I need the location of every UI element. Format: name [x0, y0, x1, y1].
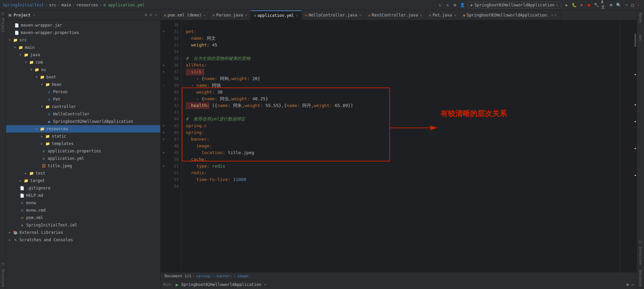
bc-image[interactable]: image:	[237, 274, 251, 278]
tree-item-hellocontroller[interactable]: ⊙ HelloController	[6, 110, 160, 118]
tree-item-templates[interactable]: ▶📁 templates	[6, 140, 160, 147]
code-line-34	[186, 48, 620, 55]
code-line-53: time-to-live: 11000	[186, 176, 620, 183]
tab-appyml-close[interactable]: ×	[296, 14, 298, 17]
tree-item-appyml[interactable]: ⚙ application.yml	[6, 155, 160, 162]
editor-area: m pom.xml (demo) × ⊙ Person.java × ⚙ app…	[161, 10, 637, 289]
tree-item-pomxml[interactable]: m pom.xml	[6, 214, 160, 221]
locate-icon[interactable]: ⊕	[144, 12, 148, 18]
tree-item-test[interactable]: ▶📁 test	[6, 170, 160, 177]
refresh-icon[interactable]: ↻	[437, 2, 443, 8]
profile-icon[interactable]: 👤	[460, 2, 465, 8]
tree-item[interactable]: 📄 maven-wrapper.jar	[6, 22, 160, 29]
tab-appyml[interactable]: ⚙ application.yml ×	[251, 10, 302, 20]
bc-project[interactable]: SpringInitialTest	[3, 3, 44, 7]
warning-marker3	[635, 121, 636, 122]
debug-icon[interactable]: 🐛	[571, 2, 577, 8]
tree-item-main[interactable]: ▼📁 main	[6, 44, 160, 51]
minimap[interactable]	[620, 20, 637, 272]
tab-pom[interactable]: m pom.xml (demo) ×	[161, 10, 209, 20]
bottom-breadcrumb: Document 1/1 › spring: › banner: › image…	[161, 272, 637, 280]
tree-item-target[interactable]: ▶📁 target	[6, 177, 160, 184]
structure-tab[interactable]: 2: Structure	[1, 261, 5, 289]
build-icon[interactable]: 🔨	[594, 2, 599, 8]
tree-item-com[interactable]: ▼📁 com	[6, 59, 160, 66]
tree-item-mvnwcmd[interactable]: m mvnw.cmd	[6, 207, 160, 214]
code-area[interactable]: 有较清晰的层次关系 pet: name: 阿文 weight: 45	[182, 20, 620, 272]
tree-item-iml[interactable]: ◈ SpringInitialTest.iml	[6, 221, 160, 229]
coverage-icon[interactable]: ⊕	[579, 2, 584, 8]
tree-item-gitignore[interactable]: 📄 .gitignore	[6, 184, 160, 192]
tab-pet[interactable]: ⊙ Pet.java ×	[426, 10, 460, 20]
code-line-44: # 推荐使用yml进行数据绑定	[186, 116, 620, 122]
bc-main: main	[61, 3, 71, 7]
run-icon[interactable]: ▶	[564, 2, 569, 8]
win-min-icon[interactable]: ─	[624, 2, 629, 8]
run-minus-icon[interactable]: –	[632, 282, 634, 287]
scroll-thumb[interactable]	[635, 34, 636, 47]
run-close-icon[interactable]: ×	[264, 282, 266, 287]
tree-item-static[interactable]: ▶📁 static	[6, 133, 160, 140]
search2-icon[interactable]: 🔍	[616, 2, 621, 8]
tree-item-springapp[interactable]: ◉ Springboot02HelloworldApplication	[6, 118, 160, 125]
bc-banner[interactable]: banner:	[217, 274, 232, 278]
tab-pet-close[interactable]: ×	[454, 13, 456, 17]
tree-item-mvnw[interactable]: m mvnw	[6, 199, 160, 207]
scratches-label: Scratches and Consoles	[19, 238, 73, 242]
run-settings-icon[interactable]: ⚙	[627, 282, 629, 287]
tree-item[interactable]: 📄 maven-wrapper.properties	[6, 29, 160, 36]
panel-header: ⊞ Project ▾ ⊕ ⚙ –	[6, 10, 160, 20]
stop-icon[interactable]: ■	[586, 2, 592, 8]
sync-icon[interactable]: ⇅	[445, 2, 450, 8]
right-strip: Maven Ant Z: Structure Database	[637, 10, 644, 289]
tree-item-person[interactable]: ⊙ Person	[6, 88, 160, 96]
tab-rest[interactable]: ⊙ RestController.java ×	[365, 10, 426, 20]
translate-icon[interactable]: A文	[601, 2, 606, 8]
tab-person[interactable]: ⊙ Person.java ×	[209, 10, 251, 20]
win-max-icon[interactable]: □	[630, 2, 635, 8]
bc-resources: resources	[76, 3, 98, 7]
gear-icon[interactable]: ⚙	[149, 12, 153, 18]
tree-item-titlejpeg[interactable]: 🖼 title.jpeg	[6, 162, 160, 170]
tab-pet-label: Pet.java	[433, 13, 452, 17]
tree-item-xu[interactable]: ▼📁 xu	[6, 66, 160, 73]
tree-item-src[interactable]: ▼📁 src	[6, 36, 160, 44]
tab-person-close[interactable]: ×	[245, 13, 247, 17]
tree-item-extlib[interactable]: ▶📚 External Libraries	[6, 229, 160, 236]
ant-label[interactable]: Ant	[638, 32, 643, 44]
code-line-52: redis:	[186, 170, 620, 176]
win-close-icon[interactable]: ✕	[636, 2, 641, 8]
tree-item-appprops[interactable]: ⚙ application.properties	[6, 147, 160, 155]
structure-label[interactable]: Z: Structure	[638, 238, 643, 267]
project-panel: ⊞ Project ▾ ⊕ ⚙ – 📄 maven-wrapper.jar 📄 …	[6, 10, 161, 289]
maven-label[interactable]: Maven	[638, 10, 643, 26]
hide-icon[interactable]: –	[154, 12, 158, 18]
tab-rest-close[interactable]: ×	[420, 13, 422, 17]
tree-item-resources[interactable]: ▼📁 resources	[6, 125, 160, 133]
run-configuration[interactable]: ▶ Springboot02HelloworldApplication ▾	[468, 2, 561, 8]
run-config-dropdown[interactable]: ▾	[556, 3, 558, 7]
tree-item-pet[interactable]: ⊙ Pet	[6, 96, 160, 103]
tree-item-bean[interactable]: ▼📁 bean	[6, 81, 160, 88]
tab-more-icon[interactable]: ▾	[555, 13, 557, 17]
editor-content[interactable]: ▼ · · ▼ ▼ · ◇ · · · ▼ ▼ ▼ · ▼ · ▼	[161, 20, 637, 272]
run-bar-actions: ⚙ –	[627, 282, 634, 287]
tree-item-controller[interactable]: ▼📁 controller	[6, 103, 160, 110]
tab-hello[interactable]: ⊙ HelloController.java ×	[302, 10, 365, 20]
tree-item-java[interactable]: ▼📁 java	[6, 51, 160, 59]
database-label[interactable]: Database	[638, 267, 643, 289]
tree-item-boot[interactable]: ▼📁 boot	[6, 73, 160, 81]
tab-springapp[interactable]: ◉ Springboot02HelloworldApplication. × ▾	[460, 10, 560, 20]
code-line-36: allPets:	[186, 62, 620, 69]
run-app-label: Springboot02HelloworldApplication	[181, 282, 261, 287]
layout-icon[interactable]: ⊞	[608, 2, 614, 8]
project-tab[interactable]: 1: Project	[1, 10, 5, 34]
tab-hello-close[interactable]: ×	[359, 13, 361, 17]
tab-pom-close[interactable]: ×	[204, 13, 206, 17]
settings-icon[interactable]: ⚙	[452, 2, 458, 8]
tab-springapp-close[interactable]: ×	[551, 13, 553, 17]
tree-item-helpmd[interactable]: 📄 HELP.md	[6, 192, 160, 199]
tree-item-scratches[interactable]: ▶✎ Scratches and Consoles	[6, 236, 160, 244]
run-bar: Run: ▶ Springboot02HelloworldApplication…	[161, 280, 637, 289]
bc-spring[interactable]: spring:	[196, 274, 212, 278]
